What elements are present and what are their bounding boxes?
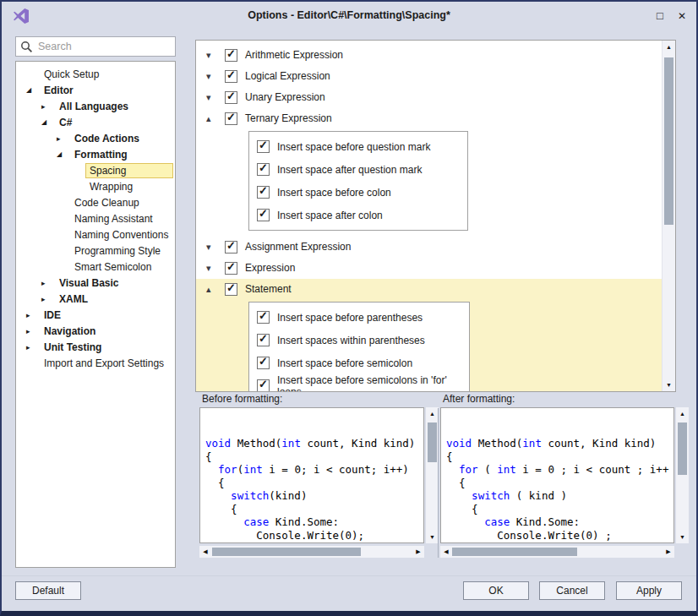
tree-item-programming-style[interactable]: Programming Style	[16, 243, 175, 259]
expand-icon[interactable]: ▾	[206, 263, 225, 274]
checkbox-insert-space-before-semicolon[interactable]: ✓	[257, 357, 270, 369]
tree-item-label: Formatting	[70, 147, 132, 162]
scroll-down-icon[interactable]: ▼	[426, 531, 439, 543]
option-group-unary-expression: ▾✓Unary Expression	[206, 89, 662, 106]
option-label: Insert space before semicolon	[277, 357, 412, 369]
scroll-left-icon[interactable]: ◀	[440, 546, 452, 558]
tree-item-code-cleanup[interactable]: Code Cleanup	[16, 194, 175, 210]
collapse-icon[interactable]: ▴	[206, 284, 225, 295]
scroll-down-icon[interactable]: ▼	[676, 531, 689, 543]
tree-item-navigation[interactable]: ▸Navigation	[16, 323, 175, 339]
default-button[interactable]: Default	[15, 581, 81, 600]
before-horizontal-scrollbar[interactable]: ◀ ▶	[199, 546, 424, 558]
options-vertical-scrollbar[interactable]: ▲ ▼	[662, 41, 675, 391]
tree-item-c[interactable]: ◢C#	[16, 114, 175, 130]
expanded-arrow-icon[interactable]: ◢	[57, 150, 70, 158]
checkbox-statement[interactable]: ✓	[225, 283, 237, 296]
collapsed-arrow-icon[interactable]: ▸	[41, 102, 55, 111]
collapsed-arrow-icon[interactable]: ▸	[26, 327, 40, 335]
maximize-button[interactable]: □	[651, 8, 669, 25]
collapse-icon[interactable]: ▴	[206, 113, 225, 124]
checkbox-insert-space-before-semicolons-in-for-loops[interactable]: ✓	[257, 379, 270, 391]
search-input[interactable]	[33, 40, 176, 53]
cancel-button[interactable]: Cancel	[539, 581, 605, 600]
tree-item-xaml[interactable]: ▸XAML	[16, 291, 175, 307]
code-line: {	[205, 477, 423, 490]
collapsed-arrow-icon[interactable]: ▸	[26, 343, 40, 352]
scroll-left-icon[interactable]: ◀	[199, 546, 211, 558]
checkbox-assignment-expression[interactable]: ✓	[225, 241, 237, 253]
before-code: void Method(int count, Kind kind){ for(i…	[205, 437, 423, 543]
scroll-up-icon[interactable]: ▲	[676, 407, 689, 420]
after-vertical-scrollbar[interactable]: ▲ ▼	[676, 407, 689, 543]
expand-icon[interactable]: ▾	[206, 242, 225, 253]
option-group-expression: ▾✓Expression	[206, 259, 662, 276]
scroll-right-icon[interactable]: ▶	[663, 546, 674, 558]
collapsed-arrow-icon[interactable]: ▸	[57, 134, 70, 143]
tree-item-unit-testing[interactable]: ▸Unit Testing	[16, 339, 175, 355]
tree-item-editor[interactable]: ◢Editor	[16, 82, 175, 98]
checkbox-insert-space-before-parentheses[interactable]: ✓	[257, 311, 270, 324]
checkbox-insert-spaces-within-parentheses[interactable]: ✓	[257, 334, 270, 346]
tree-item-ide[interactable]: ▸IDE	[16, 307, 175, 323]
checkmark-icon: ✓	[226, 239, 236, 252]
code-line: case Kind.Other:	[446, 542, 673, 543]
checkbox-arithmetic-expression[interactable]: ✓	[225, 49, 237, 62]
preview-splitter[interactable]	[438, 408, 439, 558]
scrollbar-thumb[interactable]	[678, 422, 687, 475]
collapsed-arrow-icon[interactable]: ▸	[26, 311, 40, 319]
checkbox-insert-space-before-colon[interactable]: ✓	[257, 186, 270, 199]
tree-item-quick-setup[interactable]: Quick Setup	[16, 66, 175, 82]
tree-item-naming-conventions[interactable]: Naming Conventions	[16, 226, 175, 243]
checkbox-expression[interactable]: ✓	[225, 262, 237, 275]
scroll-up-icon[interactable]: ▲	[426, 407, 439, 420]
checkbox-unary-expression[interactable]: ✓	[225, 91, 237, 104]
scrollbar-thumb[interactable]	[452, 548, 577, 556]
collapsed-arrow-icon[interactable]: ▸	[41, 279, 55, 287]
apply-button[interactable]: Apply	[616, 581, 682, 600]
scrollbar-thumb[interactable]	[428, 422, 437, 462]
after-code-panel[interactable]: void Method(int count, Kind kind){ for (…	[440, 407, 674, 543]
code-line: Console.Write(0);	[205, 529, 423, 542]
scroll-down-icon[interactable]: ▼	[663, 379, 675, 391]
after-horizontal-scrollbar[interactable]: ◀ ▶	[440, 546, 674, 558]
code-line: void Method(int count, Kind kind)	[446, 437, 673, 450]
expand-icon[interactable]: ▾	[206, 92, 225, 103]
option-insert-space-before-question-mark: ✓Insert space before question mark	[257, 135, 467, 158]
checkmark-icon: ✓	[259, 139, 268, 151]
checkbox-ternary-expression[interactable]: ✓	[225, 112, 237, 125]
code-line: {	[446, 503, 673, 516]
expanded-arrow-icon[interactable]: ◢	[41, 118, 55, 126]
tree-item-naming-assistant[interactable]: Naming Assistant	[16, 210, 175, 226]
tree-item-visual-basic[interactable]: ▸Visual Basic	[16, 275, 175, 291]
scrollbar-thumb[interactable]	[664, 57, 673, 225]
tree-item-code-actions[interactable]: ▸Code Actions	[16, 130, 175, 146]
options-list-panel: ▾✓Arithmetic Expression▾✓Logical Express…	[195, 40, 676, 392]
search-box[interactable]	[15, 36, 176, 57]
checkbox-insert-space-before-question-mark[interactable]: ✓	[257, 140, 270, 153]
tree-item-smart-semicolon[interactable]: Smart Semicolon	[16, 259, 175, 275]
scrollbar-thumb[interactable]	[212, 548, 361, 556]
scroll-up-icon[interactable]: ▲	[663, 41, 675, 53]
before-vertical-scrollbar[interactable]: ▲ ▼	[426, 407, 439, 543]
tree-item-all-languages[interactable]: ▸All Languages	[16, 98, 175, 114]
expand-icon[interactable]: ▾	[206, 50, 225, 61]
tree-item-formatting[interactable]: ◢Formatting	[16, 146, 175, 162]
expanded-arrow-icon[interactable]: ◢	[26, 86, 40, 94]
checkbox-logical-expression[interactable]: ✓	[225, 70, 237, 83]
collapsed-arrow-icon[interactable]: ▸	[41, 295, 55, 303]
scroll-right-icon[interactable]: ▶	[412, 546, 424, 558]
tree-item-wrapping[interactable]: Wrapping	[16, 178, 175, 194]
close-button[interactable]: ✕	[673, 8, 691, 25]
checkbox-insert-space-after-colon[interactable]: ✓	[257, 209, 270, 221]
checkbox-insert-space-after-question-mark[interactable]: ✓	[257, 163, 270, 176]
settings-tree: Quick Setup◢Editor▸All Languages◢C#▸Code…	[15, 61, 176, 568]
tree-item-import-and-export-settings[interactable]: Import and Export Settings	[16, 355, 175, 371]
before-code-panel[interactable]: void Method(int count, Kind kind){ for(i…	[199, 407, 424, 543]
option-insert-space-before-parentheses: ✓Insert space before parentheses	[257, 306, 469, 329]
tree-item-spacing[interactable]: Spacing	[16, 162, 175, 178]
ok-button[interactable]: OK	[463, 581, 529, 600]
tree-item-label: Visual Basic	[55, 275, 123, 291]
expand-icon[interactable]: ▾	[206, 71, 225, 82]
checkmark-icon: ✓	[259, 378, 268, 390]
